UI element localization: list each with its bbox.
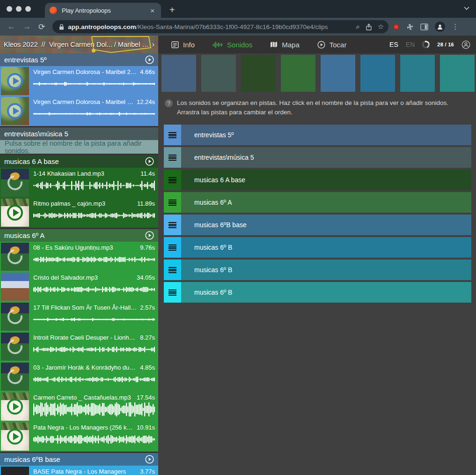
clip-thumbnail[interactable] <box>1 67 29 95</box>
section-play-icon[interactable] <box>145 55 154 64</box>
clip-thumbnail[interactable] <box>1 199 29 227</box>
section-play-icon[interactable] <box>145 157 154 166</box>
track-row[interactable]: musicas 6º A <box>164 192 471 213</box>
clip-item[interactable]: 03 - Jaromír Horák & Konrádyho dudácká .… <box>0 362 158 392</box>
record-extension-icon[interactable] <box>393 24 399 30</box>
clip-play-icon[interactable] <box>7 429 23 445</box>
clip-item[interactable]: BASE Pata Negra - Los Managers3.77s <box>0 466 158 475</box>
session-user-icon[interactable] <box>461 40 470 49</box>
clip-item[interactable]: Carmen Carreto _ Castañuelas.mp317.54s <box>0 392 158 422</box>
track-row[interactable]: musicas 6º B <box>164 282 471 303</box>
section-play-icon[interactable] <box>145 231 154 240</box>
track-name[interactable]: musicas 6º B <box>194 244 232 251</box>
clip-item[interactable]: Ritmo palmas _ cajón.mp311.89s <box>0 198 158 228</box>
drag-handle-icon <box>168 245 176 251</box>
drag-handle[interactable] <box>164 282 181 303</box>
browser-menu-icon[interactable]: ⋮ <box>452 22 459 31</box>
minimize-window-button[interactable] <box>16 6 22 12</box>
clip-item[interactable]: Cristo del Salvador.mp334.05s <box>0 272 158 302</box>
track-name[interactable]: musicas 6º B <box>194 266 232 274</box>
clip-item[interactable]: Virgen Carmen Dolorosa - Maribel 2.mp34.… <box>0 66 158 96</box>
clip-play-icon[interactable] <box>7 103 23 119</box>
profile-avatar-icon[interactable] <box>435 22 445 32</box>
reload-icon[interactable]: ⟳ <box>38 22 45 32</box>
drag-handle[interactable] <box>164 192 181 213</box>
clip-item[interactable]: 1-14 Khakasian Land.mp311.4s <box>0 168 158 198</box>
clip-item[interactable]: 08 - Es Sakūru Uguntiņu.mp39.76s <box>0 242 158 272</box>
section-play-icon[interactable] <box>145 455 154 464</box>
side-panel-icon[interactable] <box>420 23 428 30</box>
clip-thumbnail[interactable] <box>1 273 29 301</box>
track-name[interactable]: entrevistas 5º <box>194 131 234 139</box>
track-name[interactable]: musicas 6º A <box>194 199 232 206</box>
drag-handle[interactable] <box>164 125 181 145</box>
breadcrumb-clip[interactable]: Virgen Carmen Dol... / Maribel 2... <box>49 41 149 48</box>
back-icon[interactable]: ← <box>7 22 15 31</box>
sidebar-section: musicas 6º A08 - Es Sakūru Uguntiņu.mp39… <box>0 229 158 452</box>
clip-duration: 34.05s <box>137 274 155 281</box>
drag-handle-icon <box>168 155 176 161</box>
clip-play-icon[interactable] <box>7 399 23 415</box>
clip-thumbnail[interactable] <box>1 97 29 125</box>
track-name[interactable]: musicas 6ºB base <box>194 221 247 229</box>
track-name[interactable]: musicas 6º B <box>194 289 232 296</box>
clip-item[interactable]: Introit Rorate Caeli Desuper - Lionheart… <box>0 332 158 362</box>
help-message: ? Los sonidos se organizan en pistas. Ha… <box>165 98 464 117</box>
lang-es-button[interactable]: ES <box>389 41 398 48</box>
clip-thumbnail[interactable] <box>1 169 29 197</box>
track-section-header[interactable]: musicas 6º A <box>0 229 158 242</box>
drag-handle[interactable] <box>164 237 181 258</box>
track-row[interactable]: musicas 6º B <box>164 237 471 258</box>
clip-item[interactable]: 17 Till Flickan Som Är Tusen År-Halling … <box>0 302 158 332</box>
share-icon[interactable] <box>366 23 372 30</box>
clip-waveform <box>33 312 155 327</box>
breadcrumb-project[interactable]: Kleos 2022 <box>4 41 38 48</box>
track-row[interactable]: musicas 6º B <box>164 260 471 280</box>
clip-play-icon[interactable] <box>7 205 23 221</box>
new-tab-button[interactable]: + <box>169 5 175 15</box>
clip-thumbnail[interactable] <box>1 363 29 391</box>
clip-play-icon[interactable] <box>7 73 23 89</box>
drag-handle[interactable] <box>164 147 181 168</box>
tab-search-chevron-icon[interactable] <box>464 7 469 10</box>
track-name[interactable]: musicas 6 A base <box>194 176 245 184</box>
track-section-header[interactable]: musicas 6 A base <box>0 155 158 168</box>
bookmark-star-icon[interactable]: ☆ <box>378 22 384 31</box>
tab-info[interactable]: Info <box>171 41 195 49</box>
maximize-window-button[interactable] <box>25 6 31 12</box>
address-bar[interactable]: app.antropoloops.com/Kleos-Santa-Marina/… <box>52 20 388 33</box>
tab-mapa-label: Mapa <box>282 41 300 49</box>
close-window-button[interactable] <box>7 6 12 12</box>
tab-tocar[interactable]: Tocar <box>317 41 347 49</box>
tab-close-icon[interactable]: × <box>148 7 156 15</box>
track-row[interactable]: entrevistas\música 5 <box>164 147 471 168</box>
site-favicon-icon <box>50 7 57 14</box>
search-icon[interactable]: ⌕ <box>356 22 359 31</box>
drag-handle[interactable] <box>164 260 181 280</box>
browser-tab[interactable]: Play Antropoloops × <box>45 3 161 18</box>
track-section-header[interactable]: musicas 6ºB base <box>0 453 158 466</box>
clip-thumbnail[interactable] <box>1 333 29 361</box>
track-row[interactable]: musicas 6 A base <box>164 170 471 190</box>
clip-item[interactable]: Virgen Carmen Dolorosa - Maribel 2.mp312… <box>0 96 158 126</box>
clip-thumbnail[interactable] <box>1 243 29 271</box>
track-row[interactable]: entrevistas 5º <box>164 125 471 145</box>
clip-item[interactable]: Pata Negra - Los Managers (256 kbps).mp3… <box>0 422 158 452</box>
clip-thumbnail[interactable] <box>1 393 29 421</box>
track-row[interactable]: musicas 6ºB base <box>164 215 471 235</box>
clip-thumbnail[interactable] <box>1 423 29 451</box>
track-name[interactable]: entrevistas\música 5 <box>194 154 254 161</box>
drag-handle[interactable] <box>164 215 181 235</box>
clip-waveform <box>33 372 155 386</box>
extensions-puzzle-icon[interactable] <box>406 23 414 31</box>
track-section-header[interactable]: entrevistas\música 5 <box>0 127 158 140</box>
lang-en-button[interactable]: EN <box>406 41 415 48</box>
tab-sonidos[interactable]: Sonidos <box>212 41 252 49</box>
clip-name: Virgen Carmen Dolorosa - Maribel 2.mp3 <box>33 68 137 75</box>
track-section-header[interactable]: entrevistas 5º <box>0 53 158 66</box>
drag-handle[interactable] <box>164 170 181 190</box>
tab-mapa[interactable]: Mapa <box>270 41 300 49</box>
clip-thumbnail[interactable] <box>1 467 29 475</box>
forward-icon[interactable]: → <box>23 22 31 31</box>
clip-thumbnail[interactable] <box>1 303 29 331</box>
